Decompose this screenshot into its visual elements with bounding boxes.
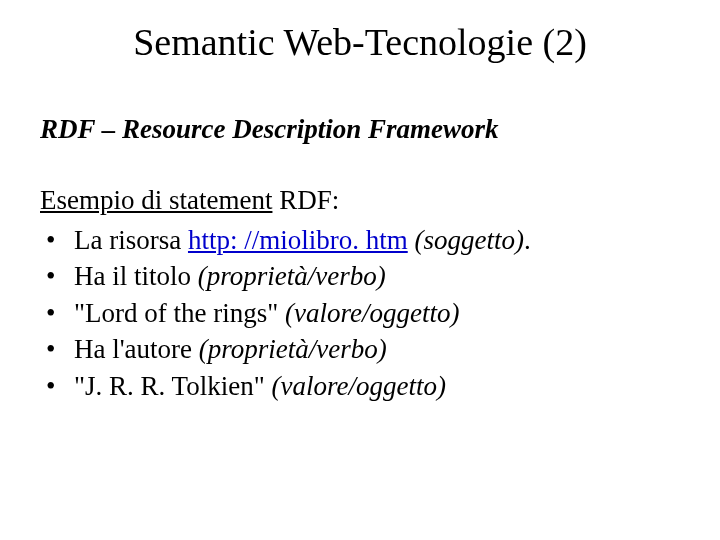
bullet-text: Ha l'autore (74, 334, 199, 364)
bullet-paren: (valore/oggetto) (285, 298, 459, 328)
slide: Semantic Web-Tecnologie (2) RDF – Resour… (0, 0, 720, 540)
bullet-text: "Lord of the rings" (74, 298, 285, 328)
list-item: "Lord of the rings" (valore/oggetto) (40, 295, 680, 331)
slide-title: Semantic Web-Tecnologie (2) (40, 20, 680, 64)
list-item: Ha il titolo (proprietà/verbo) (40, 258, 680, 294)
lead-line: Esempio di statement RDF: (40, 185, 680, 216)
bullet-text: La risorsa (74, 225, 188, 255)
bullet-text: "J. R. R. Tolkien" (74, 371, 271, 401)
lead-rest: RDF: (272, 185, 339, 215)
list-item: "J. R. R. Tolkien" (valore/oggetto) (40, 368, 680, 404)
section-heading: RDF – Resource Description Framework (40, 114, 680, 145)
bullet-paren: (proprietà/verbo) (199, 334, 387, 364)
bullet-tail: . (524, 225, 531, 255)
bullet-text: Ha il titolo (74, 261, 198, 291)
bullet-paren: (proprietà/verbo) (198, 261, 386, 291)
bullet-list: La risorsa http: //miolibro. htm (sogget… (40, 222, 680, 404)
bullet-link[interactable]: http: //miolibro. htm (188, 225, 408, 255)
bullet-paren: (soggetto) (414, 225, 523, 255)
list-item: Ha l'autore (proprietà/verbo) (40, 331, 680, 367)
lead-underlined: Esempio di statement (40, 185, 272, 215)
bullet-paren: (valore/oggetto) (271, 371, 445, 401)
list-item: La risorsa http: //miolibro. htm (sogget… (40, 222, 680, 258)
